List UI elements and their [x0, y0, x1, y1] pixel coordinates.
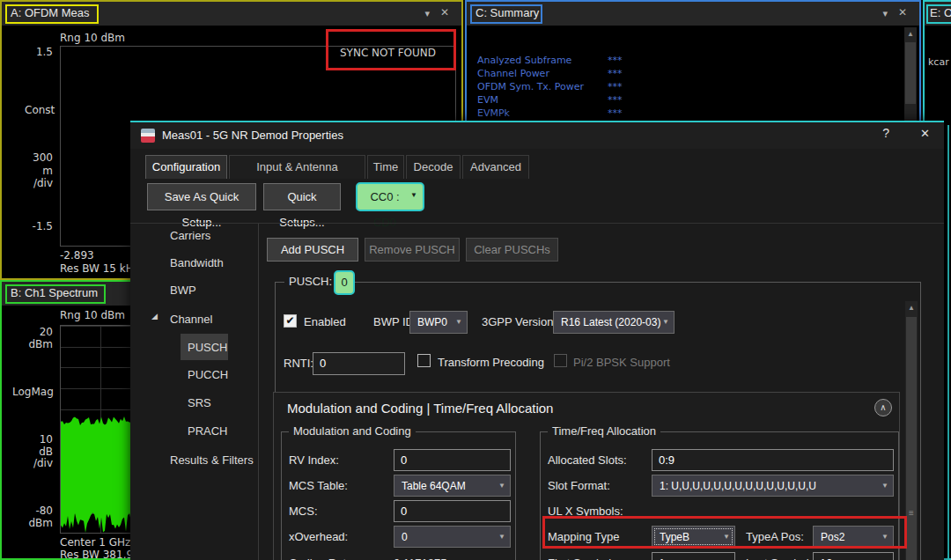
spectrum-scale-bottom-unit: dBm: [18, 517, 53, 529]
bwp-id-value: BWP0: [417, 316, 447, 328]
first-symbol-input[interactable]: 1: [652, 552, 735, 560]
mcs-input[interactable]: 0: [394, 500, 511, 522]
slot-format-label: Slot Format:: [548, 479, 610, 492]
close-icon[interactable]: ✕: [920, 129, 930, 138]
transform-precoding-checkbox[interactable]: [417, 354, 431, 367]
spectrum-range-label: Rng 10 dBm: [60, 309, 125, 321]
coding-rate-label: Coding Rate:: [289, 556, 356, 560]
last-symbol-label: Last Symbol:: [746, 556, 812, 560]
transform-precoding-label: Transform Precoding: [438, 356, 544, 369]
rnti-label: RNTI:: [284, 357, 313, 370]
rv-index-input[interactable]: 0: [394, 449, 511, 471]
slot-format-dropdown[interactable]: 1: U,U,U,U,U,U,U,U,U,U,U,U,U,U ▼: [652, 475, 894, 497]
add-pusch-button[interactable]: Add PUSCH: [267, 238, 358, 262]
gpp-version-value: R16 Latest (2020-03): [561, 316, 660, 328]
xoverhead-dropdown[interactable]: 0 ▼: [394, 526, 511, 548]
close-icon[interactable]: ✕: [440, 8, 449, 18]
sidebar-item-bwp[interactable]: BWP: [170, 284, 196, 297]
minimize-icon[interactable]: ▾: [424, 9, 430, 18]
close-icon[interactable]: ✕: [898, 8, 907, 18]
sync-annotation-box: [326, 29, 456, 70]
bwp-id-dropdown[interactable]: BWP0 ▼: [409, 311, 468, 334]
summary-row-value: ***: [608, 107, 623, 119]
ofdm-scale-bottom: -1.5: [18, 220, 53, 232]
tree-expander-icon[interactable]: ◢: [151, 312, 158, 321]
spectrum-res-bw: Res BW 381.93: [60, 549, 140, 560]
clear-puschs-button[interactable]: Clear PUSCHs: [466, 238, 558, 262]
scroll-up-icon[interactable]: ▲: [904, 27, 917, 41]
chevron-down-icon: ▼: [410, 191, 417, 199]
summary-scrollbar-thumb[interactable]: [905, 42, 916, 104]
chevron-down-icon: ▼: [881, 475, 888, 497]
spectrum-center-label: Center 1 GHz: [60, 536, 130, 549]
e-title-highlight: [926, 4, 951, 24]
chevron-down-icon: ▼: [498, 527, 505, 548]
chevron-up-icon: ∧: [880, 402, 886, 412]
spectrum-plot: [60, 325, 141, 534]
allocated-slots-input[interactable]: 0:9: [652, 449, 894, 471]
summary-title-highlight: [470, 4, 542, 24]
spectrum-per-div-suffix: /div: [18, 457, 53, 469]
quick-setups-button[interactable]: Quick Setups...: [263, 183, 341, 210]
minimize-icon[interactable]: ▾: [882, 9, 888, 18]
mcs-table-dropdown[interactable]: Table 64QAM ▼: [394, 475, 511, 497]
ofdm-range-label: Rng 10 dBm: [60, 32, 125, 44]
sidebar-item-pucch[interactable]: PUCCH: [188, 368, 228, 381]
enabled-checkbox[interactable]: ✔: [284, 314, 297, 328]
xoverhead-value: 0: [402, 531, 408, 543]
ofdm-scale-top: 1.5: [18, 46, 53, 58]
summary-row-label: Analyzed Subframe: [477, 55, 571, 66]
scroll-up-icon[interactable]: ▲: [905, 301, 918, 315]
last-symbol-input[interactable]: 13: [813, 552, 894, 560]
ofdm-trace-label: Const: [25, 104, 55, 116]
gpp-version-label: 3GPP Version:: [482, 315, 557, 328]
tab-decode[interactable]: Decode: [406, 155, 461, 179]
dialog-scrollbar-thumb[interactable]: ≡: [906, 317, 917, 560]
sidebar-item-bandwidth[interactable]: Bandwidth: [170, 256, 224, 269]
app-icon: [141, 129, 155, 143]
sidebar-item-srs[interactable]: SRS: [188, 396, 211, 409]
allocated-slots-label: Allocated Slots:: [548, 453, 627, 467]
sidebar-item-results-filters[interactable]: Results & Filters: [170, 453, 254, 467]
sidebar-item-channel[interactable]: Channel: [170, 313, 212, 326]
help-icon[interactable]: ?: [882, 129, 889, 138]
spectrum-title-highlight: [5, 284, 106, 304]
sidebar-item-carriers[interactable]: Carriers: [170, 229, 210, 242]
xoverhead-label: xOverhead:: [289, 530, 348, 543]
summary-row-label: Channel Power: [477, 68, 549, 79]
ofdm-per-div-value: 300: [18, 151, 53, 164]
enabled-label: Enabled: [304, 315, 346, 328]
chevron-down-icon: ▼: [662, 312, 669, 333]
tab-time[interactable]: Time: [367, 155, 404, 179]
gpp-version-dropdown[interactable]: R16 Latest (2020-03) ▼: [553, 311, 675, 334]
dialog-scrollbar[interactable]: ▲ ≡: [905, 301, 918, 560]
ofdm-title-highlight: [5, 4, 99, 24]
dialog-title-bar[interactable]: Meas01 - 5G NR Demod Properties ? ✕: [130, 122, 944, 149]
spectrum-trace: [61, 326, 140, 533]
remove-pusch-button[interactable]: Remove PUSCH: [365, 238, 460, 262]
rv-index-label: RV Index:: [289, 453, 339, 467]
collapse-section-button[interactable]: ∧: [874, 399, 892, 416]
grip-icon: ≡: [906, 509, 917, 518]
mcs-label: MCS:: [289, 505, 318, 518]
ofdm-per-div-unit: m: [18, 165, 53, 177]
pi2-bpsk-checkbox[interactable]: [554, 354, 567, 367]
spectrum-scale-top-unit: dBm: [18, 338, 53, 350]
sidebar-item-prach[interactable]: PRACH: [188, 424, 228, 438]
tab-input-antenna[interactable]: Input & Antenna: [229, 155, 365, 179]
rnti-input[interactable]: 0: [313, 352, 405, 375]
tab-configuration[interactable]: Configuration: [145, 155, 227, 179]
mapping-annotation-box: [542, 516, 907, 549]
summary-row-label: EVM: [477, 94, 498, 106]
mod-coding-group: Modulation and Coding RV Index: 0 MCS Ta…: [281, 431, 516, 560]
sidebar-item-pusch[interactable]: PUSCH: [188, 341, 228, 354]
mcs-table-value: Table 64QAM: [402, 480, 466, 492]
tab-advanced[interactable]: Advanced: [462, 155, 529, 179]
toolbar-divider: [130, 223, 944, 224]
save-as-quick-setup-button[interactable]: Save As Quick Setup...: [147, 183, 256, 210]
pusch-index-chip[interactable]: 0: [334, 270, 355, 295]
mcs-table-label: MCS Table:: [289, 479, 348, 492]
chevron-down-icon: ▼: [498, 475, 505, 497]
screen: A: OFDM Meas ▾ ✕ Rng 10 dBm 1.5 Const 30…: [0, 0, 951, 560]
sidebar-divider: [258, 224, 259, 560]
